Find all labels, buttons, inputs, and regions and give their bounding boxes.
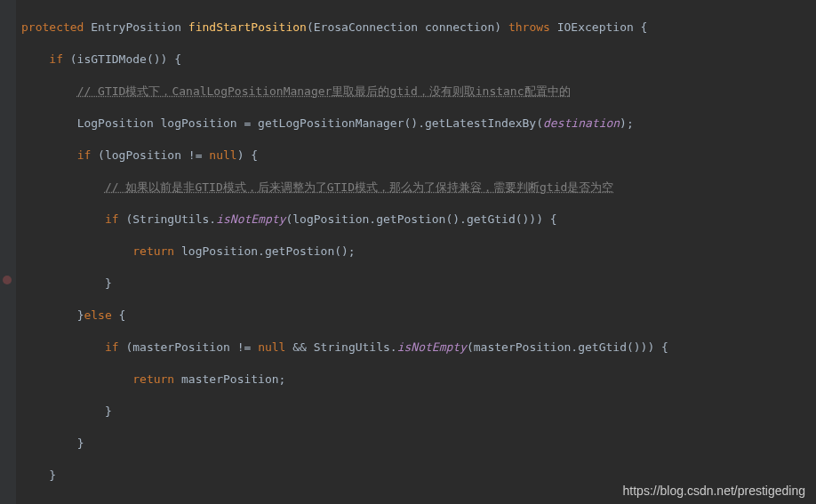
code-editor[interactable]: protected EntryPosition findStartPositio…	[0, 0, 816, 504]
code-line: if (isGTIDMode()) {	[21, 52, 816, 68]
watermark-text: https://blog.csdn.net/prestigeding	[623, 483, 805, 499]
code-line: // 如果以前是非GTID模式，后来调整为了GTID模式，那么为了保持兼容，需要…	[21, 180, 816, 196]
code-line: return logPosition.getPostion();	[21, 244, 816, 260]
code-line: }	[21, 436, 816, 452]
breakpoint-marker[interactable]	[3, 276, 12, 284]
code-line: if (masterPosition != null && StringUtil…	[21, 340, 816, 356]
code-line: if (StringUtils.isNotEmpty(logPosition.g…	[21, 212, 816, 228]
code-line: // GTID模式下，CanalLogPositionManager里取最后的g…	[21, 84, 816, 100]
gutter	[0, 0, 16, 504]
code-line	[21, 500, 816, 504]
code-line: }else {	[21, 308, 816, 324]
code-line: }	[21, 404, 816, 420]
code-line: protected EntryPosition findStartPositio…	[21, 20, 816, 36]
code-line: if (logPosition != null) {	[21, 148, 816, 164]
code-line: LogPosition logPosition = getLogPosition…	[21, 116, 816, 132]
code-line: }	[21, 276, 816, 292]
code-line: }	[21, 468, 816, 484]
code-line: return masterPosition;	[21, 372, 816, 388]
